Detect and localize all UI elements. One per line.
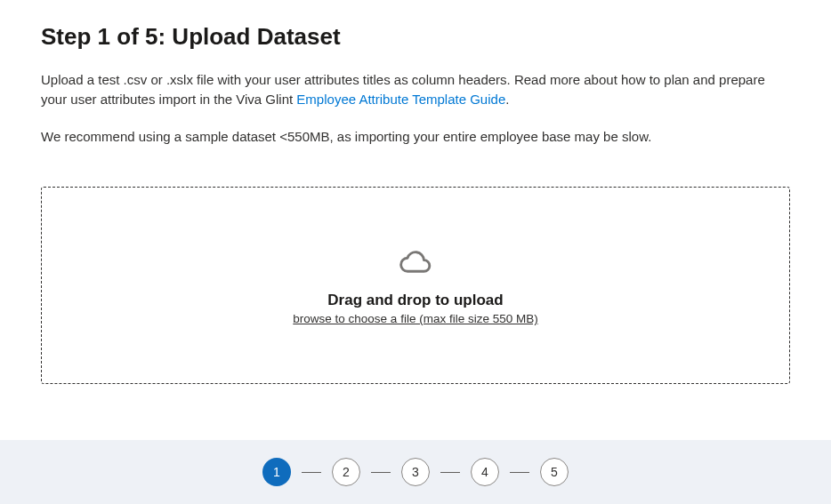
step-connector [440, 472, 460, 473]
step-4[interactable]: 4 [471, 458, 499, 486]
recommendation-text: We recommend using a sample dataset <550… [41, 127, 790, 147]
instructions-text-2: . [505, 92, 509, 107]
stepper-bar: 1 2 3 4 5 [0, 440, 831, 504]
step-3[interactable]: 3 [401, 458, 430, 486]
step-connector [510, 472, 529, 473]
step-1[interactable]: 1 [262, 458, 291, 486]
cloud-icon [399, 245, 432, 279]
page-title: Step 1 of 5: Upload Dataset [41, 23, 790, 51]
step-connector [302, 472, 321, 473]
upload-instructions: Upload a test .csv or .xslx file with yo… [41, 70, 790, 109]
step-connector [371, 472, 391, 473]
upload-browse-text[interactable]: browse to choose a file (max file size 5… [293, 312, 537, 325]
step-2[interactable]: 2 [332, 458, 360, 486]
upload-heading: Drag and drop to upload [327, 292, 503, 309]
step-5[interactable]: 5 [540, 458, 569, 486]
upload-dropzone[interactable]: Drag and drop to upload browse to choose… [41, 187, 790, 384]
template-guide-link[interactable]: Employee Attribute Template Guide [296, 92, 505, 107]
